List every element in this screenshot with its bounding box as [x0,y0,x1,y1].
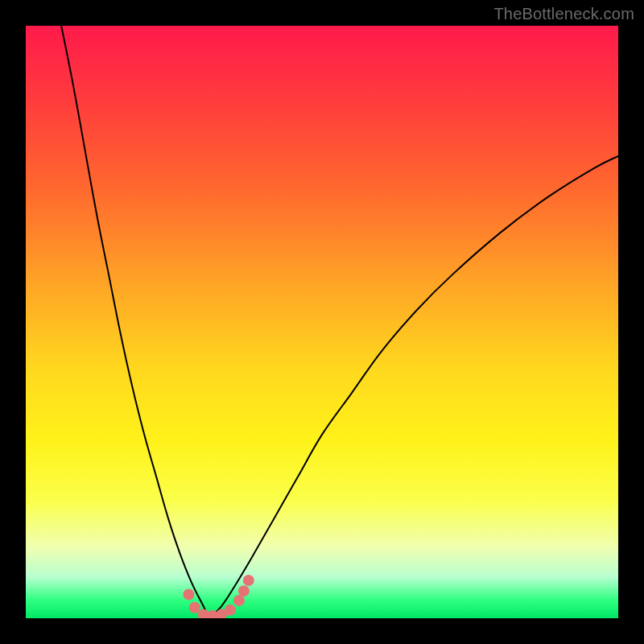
plot-area [26,26,618,618]
marker-point [189,602,200,613]
watermark-text: TheBottleneck.com [493,5,634,23]
curve-right-branch [209,156,618,618]
marker-point [183,589,194,601]
marker-group [183,575,254,618]
chart-frame: TheBottleneck.com [0,0,644,644]
marker-point [243,575,254,586]
marker-point [238,585,250,597]
marker-point [225,605,236,616]
v-curve [61,26,618,618]
curve-left-branch [61,26,209,618]
curve-svg [26,26,618,618]
